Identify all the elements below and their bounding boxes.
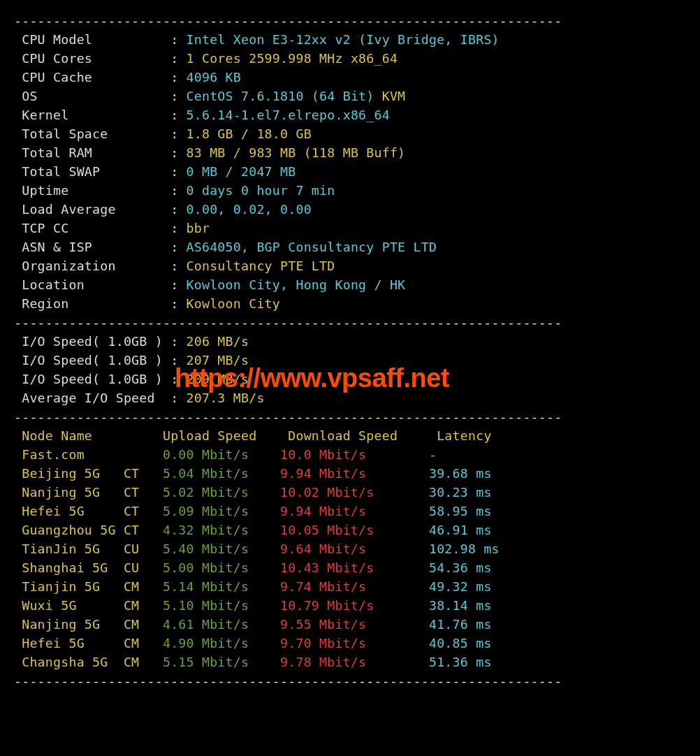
speed-upload-5: 5.40 Mbit/s [155,541,272,556]
speed-download-8: 10.79 Mbit/s [272,598,421,613]
speed-latency-4: 46.91 ms [421,523,523,537]
speed-upload-1: 5.04 Mbit/s [155,466,272,481]
speed-latency-3: 58.95 ms [421,504,523,518]
speed-node-10: Hefei 5G CM [14,636,155,650]
speed-node-5: TianJin 5G CU [14,541,155,556]
info-label-9: Load Average [14,202,170,217]
speed-upload-2: 5.02 Mbit/s [155,485,272,500]
speed-node-7: Tianjin 5G CM [14,579,155,594]
speed-latency-10: 40.85 ms [421,636,523,650]
io-label-1: I/O Speed( 1.0GB ) [14,353,170,368]
speed-latency-1: 39.68 ms [421,466,523,481]
speed-latency-9: 41.76 ms [421,617,523,632]
colon: : [170,202,186,217]
speed-node-2: Nanjing 5G CT [14,485,155,500]
speed-upload-11: 5.15 Mbit/s [155,655,272,669]
info-label-1: CPU Cores [14,51,170,66]
info-value-1: 1 Cores 2599.998 MHz x86_64 [187,51,398,66]
speed-latency-5: 102.98 ms [421,541,523,556]
colon: : [170,32,186,47]
speed-latency-7: 49.32 ms [421,579,523,594]
colon: : [170,183,186,198]
speed-latency-8: 38.14 ms [421,598,523,613]
info-value-3: KVM [382,89,406,103]
colon: : [170,164,186,179]
colon: : [170,221,186,235]
speed-upload-7: 5.14 Mbit/s [155,579,272,594]
speed-latency-0: - [421,447,523,462]
colon: : [170,108,186,122]
info-value-9: 0.00, 0.02, 0.00 [187,202,312,217]
divider: ----------------------------------------… [14,315,562,330]
col-upload: Upload Speed [155,428,280,443]
speed-upload-10: 4.90 Mbit/s [155,636,272,650]
colon: : [170,240,186,254]
info-value-7: 0 MB / 2047 MB [187,164,296,179]
terminal-output: ----------------------------------------… [0,0,700,690]
info-value-4: 5.6.14-1.el7.elrepo.x86_64 [187,108,390,122]
info-label-2: CPU Cache [14,70,170,85]
colon: : [170,145,186,160]
info-value-12: Consultancy PTE LTD [187,259,335,273]
speed-upload-8: 5.10 Mbit/s [155,598,272,613]
speed-upload-3: 5.09 Mbit/s [155,504,272,518]
info-label-12: Organization [14,259,170,273]
info-label-6: Total RAM [14,145,170,160]
io-label-2: I/O Speed( 1.0GB ) [14,372,170,386]
speed-latency-11: 51.36 ms [421,655,523,669]
speed-download-6: 10.43 Mbit/s [272,560,421,575]
io-label-3: Average I/O Speed [14,391,170,405]
divider: ----------------------------------------… [14,13,562,28]
info-value-3: CentOS 7.6.1810 (64 Bit) [187,89,382,103]
speed-upload-9: 4.61 Mbit/s [155,617,272,632]
speed-download-11: 9.78 Mbit/s [272,655,421,669]
colon: : [170,89,186,103]
info-label-11: ASN & ISP [14,240,170,254]
io-value-3: 207.3 MB/s [187,391,265,405]
speed-node-4: Guangzhou 5G CT [14,523,155,537]
info-label-3: OS [14,89,170,103]
colon: : [170,51,186,66]
speed-latency-6: 54.36 ms [421,560,523,575]
divider: ----------------------------------------… [14,409,562,424]
speed-node-9: Nanjing 5G CM [14,617,155,632]
colon: : [170,296,186,311]
info-value-10: bbr [187,221,210,235]
speed-download-9: 9.55 Mbit/s [272,617,421,632]
io-label-0: I/O Speed( 1.0GB ) [14,334,170,349]
speed-download-5: 9.64 Mbit/s [272,541,421,556]
info-label-5: Total Space [14,126,170,141]
speed-node-6: Shanghai 5G CU [14,560,155,575]
info-label-13: Location [14,277,170,292]
speed-node-11: Changsha 5G CM [14,655,155,669]
col-latency: Latency [429,428,531,443]
col-node: Node Name [14,428,155,443]
col-download: Download Speed [280,428,429,443]
info-value-11: AS64050, BGP Consultancy PTE LTD [187,240,437,254]
colon: : [170,277,186,292]
info-value-14: Kowloon City [187,296,280,311]
info-value-2: 4096 KB [187,70,241,85]
speed-download-0: 10.0 Mbit/s [272,447,421,462]
speed-node-3: Hefei 5G CT [14,504,155,518]
speed-upload-4: 4.32 Mbit/s [155,523,272,537]
io-value-2: 209 MB/s [187,372,249,386]
info-label-10: TCP CC [14,221,170,235]
info-label-7: Total SWAP [14,164,170,179]
colon: : [170,259,186,273]
info-label-4: Kernel [14,108,170,122]
io-value-0: 206 MB/s [187,334,249,349]
speed-node-0: Fast.com [14,447,155,462]
divider: ----------------------------------------… [14,674,562,688]
speed-latency-2: 30.23 ms [421,485,523,500]
info-label-14: Region [14,296,170,311]
speed-node-8: Wuxi 5G CM [14,598,155,613]
speed-download-1: 9.94 Mbit/s [272,466,421,481]
colon: : [170,372,186,386]
colon: : [170,334,186,349]
colon: : [170,70,186,85]
info-label-0: CPU Model [14,32,170,47]
io-value-1: 207 MB/s [187,353,249,368]
speed-download-10: 9.70 Mbit/s [272,636,421,650]
speed-download-3: 9.94 Mbit/s [272,504,421,518]
